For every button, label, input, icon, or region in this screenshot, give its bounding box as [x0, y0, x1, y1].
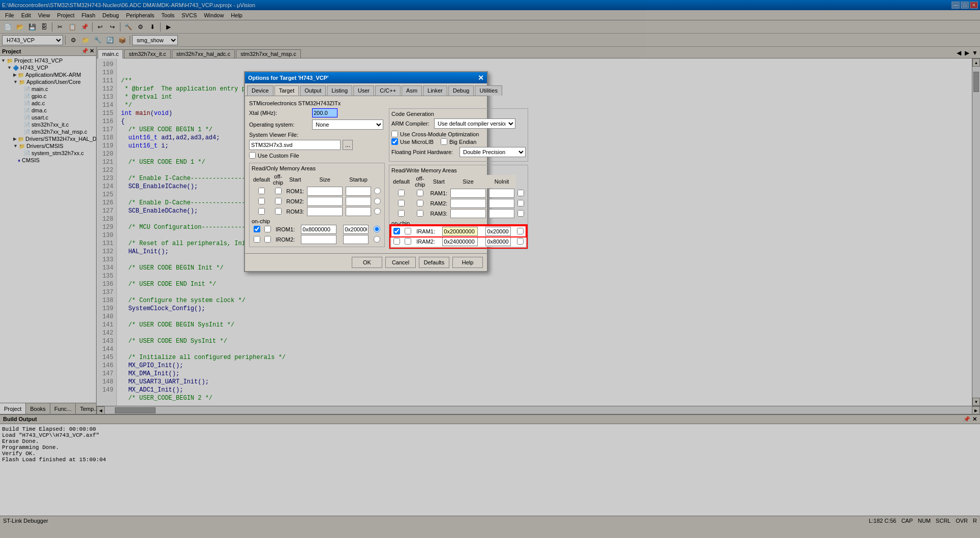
dialog-tab-target[interactable]: Target	[274, 85, 299, 96]
ram3-offchip[interactable]	[417, 210, 423, 217]
iram2-offchip[interactable]	[405, 238, 411, 245]
iram2-default[interactable]	[393, 238, 400, 245]
irom1-startup[interactable]	[374, 226, 380, 232]
xtal-input[interactable]	[312, 108, 338, 117]
rom1-offchip[interactable]	[275, 188, 282, 194]
ram1-offchip[interactable]	[417, 190, 423, 196]
dialog-tab-device[interactable]: Device	[247, 85, 273, 96]
iram1-default[interactable]	[393, 228, 400, 234]
irom1-start[interactable]	[301, 225, 336, 234]
rom3-size[interactable]	[346, 207, 371, 216]
device-row: STMicroelectronics STM32H743ZITx	[249, 100, 483, 106]
irom2-default[interactable]	[254, 236, 260, 243]
ram-header-default: default	[391, 175, 411, 188]
rom2-size[interactable]	[346, 197, 371, 206]
rom2-start[interactable]	[307, 197, 343, 206]
irom2-size[interactable]	[343, 235, 369, 244]
iram2-start[interactable]	[442, 237, 478, 246]
ram2-size[interactable]	[489, 199, 514, 208]
ok-button[interactable]: OK	[352, 257, 382, 268]
irom2-startup[interactable]	[374, 236, 380, 243]
dialog-buttons: OK Cancel Defaults Help	[245, 253, 487, 271]
defaults-button[interactable]: Defaults	[419, 257, 449, 268]
iram2-noinit[interactable]	[517, 238, 524, 245]
irom2-start[interactable]	[301, 235, 336, 244]
irom1-default[interactable]	[254, 226, 260, 232]
rom2-offchip[interactable]	[275, 198, 282, 204]
iram2-row: IRAM2:	[391, 236, 526, 247]
iram1-noinit[interactable]	[517, 228, 524, 234]
rom2-label: ROM2:	[286, 198, 304, 204]
svf-input[interactable]	[249, 140, 341, 150]
irom1-offchip[interactable]	[264, 226, 271, 232]
ram3-start[interactable]	[450, 209, 486, 218]
code-gen-section: Code Generation ARM Compiler: Use defaul…	[389, 108, 528, 162]
use-custom-file-check[interactable]	[249, 152, 256, 159]
irom1-size[interactable]	[343, 225, 369, 234]
rom3-startup[interactable]	[374, 208, 381, 215]
ram2-row: RAM2:	[391, 198, 526, 208]
os-select[interactable]: None	[312, 119, 383, 130]
iram2-size[interactable]	[485, 237, 511, 246]
ram1-noinit[interactable]	[517, 190, 524, 196]
rom1-size[interactable]	[346, 187, 371, 196]
fp-hw-row: Floating Point Hardware: Double Precisio…	[391, 147, 526, 157]
dialog-tab-cc[interactable]: C/C++	[375, 85, 401, 96]
irom2-row: IROM2:	[252, 234, 382, 245]
ram1-size[interactable]	[489, 189, 514, 198]
help-button[interactable]: Help	[452, 257, 483, 268]
big-endian-check[interactable]	[441, 138, 447, 145]
rom-header-startup: Startup	[344, 173, 373, 186]
options-dialog: Options for Target 'H743_VCP' ✕ Device T…	[244, 71, 488, 272]
cancel-button[interactable]: Cancel	[385, 257, 416, 268]
arm-compiler-row: ARM Compiler: Use default compiler versi…	[391, 118, 526, 129]
iram1-start[interactable]	[442, 227, 478, 236]
dialog-tab-user[interactable]: User	[353, 85, 374, 96]
rom-table: default off-chip Start Size Startup	[252, 173, 382, 217]
rom-header-start: Start	[285, 173, 305, 186]
dialog-tab-output[interactable]: Output	[300, 85, 326, 96]
dialog-close-button[interactable]: ✕	[478, 74, 484, 82]
ram2-start[interactable]	[450, 199, 486, 208]
os-label: Operating system:	[249, 122, 310, 128]
svf-browse-btn[interactable]: ...	[343, 140, 353, 150]
rom1-start[interactable]	[307, 187, 343, 196]
rom-row-3: ROM3:	[252, 206, 382, 217]
ram2-offchip[interactable]	[417, 200, 423, 206]
dialog-tab-utilities[interactable]: Utilities	[475, 85, 502, 96]
rom2-startup[interactable]	[374, 198, 381, 204]
microlib-check[interactable]	[391, 138, 398, 145]
rom1-default[interactable]	[258, 188, 265, 194]
rom3-offchip[interactable]	[275, 208, 282, 215]
rom3-start[interactable]	[307, 207, 343, 216]
cross-module-label: Use Cross-Module Optimization	[400, 131, 479, 137]
dialog-tab-debug[interactable]: Debug	[448, 85, 474, 96]
use-custom-file-label: Use Custom File	[258, 153, 299, 159]
fp-hw-select[interactable]: Double Precision Single Precision Not Us…	[460, 147, 526, 157]
rom1-startup[interactable]	[374, 188, 381, 194]
irom1-label: IROM1:	[275, 226, 295, 232]
ram1-start[interactable]	[450, 189, 486, 198]
irom2-offchip[interactable]	[264, 236, 271, 243]
cross-module-check[interactable]	[391, 131, 398, 137]
ram3-default[interactable]	[398, 210, 405, 217]
rom-section-title: Read/Only Memory Areas	[252, 165, 382, 171]
ram2-noinit[interactable]	[517, 200, 524, 206]
iram1-offchip[interactable]	[405, 228, 411, 234]
ram-section: Read/Write Memory Areas default off-chip…	[389, 165, 528, 249]
ram3-size[interactable]	[489, 209, 514, 218]
ram3-noinit[interactable]	[517, 210, 524, 217]
dialog-tab-linker[interactable]: Linker	[423, 85, 447, 96]
ram1-default[interactable]	[398, 190, 405, 196]
rom2-default[interactable]	[258, 198, 265, 204]
arm-compiler-select[interactable]: Use default compiler version 5	[434, 118, 515, 129]
irom-table: IROM1: IROM2:	[252, 224, 382, 245]
dialog-tab-listing[interactable]: Listing	[327, 85, 352, 96]
rom3-default[interactable]	[258, 208, 265, 215]
xtal-row: Xtal (MHz):	[249, 108, 385, 117]
iram1-size[interactable]	[485, 227, 511, 236]
device-label: STMicroelectronics STM32H743ZITx	[249, 100, 341, 106]
cross-module-row: Use Cross-Module Optimization	[391, 131, 526, 137]
ram2-default[interactable]	[398, 200, 405, 206]
dialog-tab-asm[interactable]: Asm	[402, 85, 422, 96]
